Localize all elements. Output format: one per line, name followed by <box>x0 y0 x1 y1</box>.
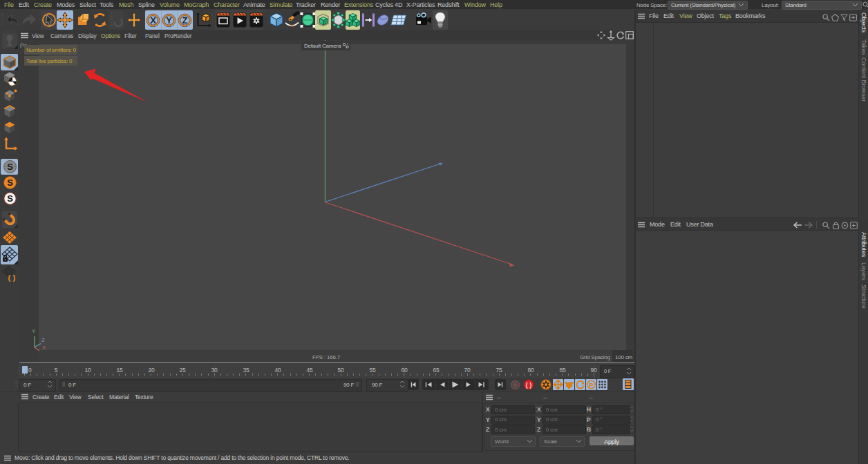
svg-text:P: P <box>589 382 593 389</box>
svg-text:S: S <box>7 177 13 188</box>
svg-text:( ): ( ) <box>526 381 532 389</box>
svg-text:Y: Y <box>166 15 172 26</box>
svg-text:X: X <box>150 15 156 26</box>
svg-text:Z: Z <box>41 337 45 343</box>
svg-text:X: X <box>42 345 46 351</box>
svg-text:S: S <box>7 193 13 204</box>
svg-text:( ): ( ) <box>8 273 16 282</box>
svg-text:S: S <box>7 162 13 172</box>
svg-text:Z: Z <box>182 15 188 26</box>
svg-text:Y: Y <box>32 328 36 334</box>
